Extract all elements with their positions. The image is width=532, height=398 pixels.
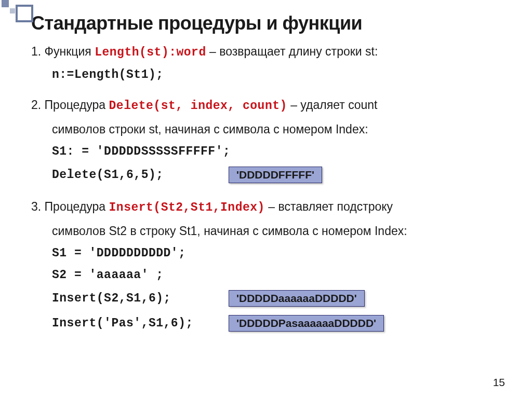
item-1-code: n:=Length(St1);: [31, 68, 501, 81]
item-2-prefix: 2. Процедура: [31, 98, 109, 112]
deco-square-outline: [16, 5, 33, 22]
item-1-signature: Length(st):word: [95, 46, 206, 59]
item-2-result-chip: 'DDDDDFFFFF': [229, 167, 322, 183]
corner-decoration: [0, 0, 104, 26]
item-3-line2: символов St2 в строку St1, начиная с сим…: [31, 223, 501, 239]
item-3-row2: Insert('Pas',S1,6); 'DDDDDPasaaaaaaDDDDD…: [31, 315, 501, 332]
item-2-code1: S1: = 'DDDDDSSSSSFFFFF';: [31, 145, 501, 158]
item-2-row: Delete(S1,6,5); 'DDDDDFFFFF': [31, 167, 501, 183]
item-1-suffix: – возвращает длину строки st:: [206, 45, 378, 58]
item-3-result-chip2: 'DDDDDPasaaaaaaDDDDD': [229, 315, 384, 332]
item-3-code2: S2 = 'aaaaaa' ;: [31, 268, 501, 282]
item-1-prefix: 1. Функция: [31, 45, 95, 58]
page-number: 15: [493, 376, 505, 389]
item-3-suffix: – вставляет подстроку: [265, 200, 393, 213]
item-2-code2: Delete(S1,6,5);: [31, 168, 229, 182]
slide-content: Стандартные процедуры и функции 1. Функц…: [0, 0, 532, 332]
item-3-code4: Insert('Pas',S1,6);: [31, 317, 229, 330]
item-3-prefix: 3. Процедура: [31, 200, 109, 213]
item-2-suffix: – удаляет count: [287, 98, 378, 112]
deco-square-tiny: [10, 8, 15, 13]
item-3-code3: Insert(S2,S1,6);: [31, 292, 229, 305]
item-2-text: 2. Процедура Delete(st, index, count) – …: [31, 97, 501, 114]
item-2-line2: символов строки st, начиная с символа с …: [31, 121, 501, 138]
deco-square-small: [2, 0, 9, 7]
item-2-signature: Delete(st, index, count): [109, 99, 287, 113]
item-3-text: 3. Процедура Insert(St2,St1,Index) – вст…: [31, 199, 501, 216]
item-3-code1: S1 = 'DDDDDDDDDD';: [31, 246, 501, 260]
item-3-signature: Insert(St2,St1,Index): [109, 201, 265, 214]
item-3-row1: Insert(S2,S1,6); 'DDDDDaaaaaaDDDDD': [31, 290, 501, 307]
item-1-text: 1. Функция Length(st):word – возвращает …: [31, 44, 501, 61]
item-3-result-chip1: 'DDDDDaaaaaaDDDDD': [229, 290, 365, 307]
